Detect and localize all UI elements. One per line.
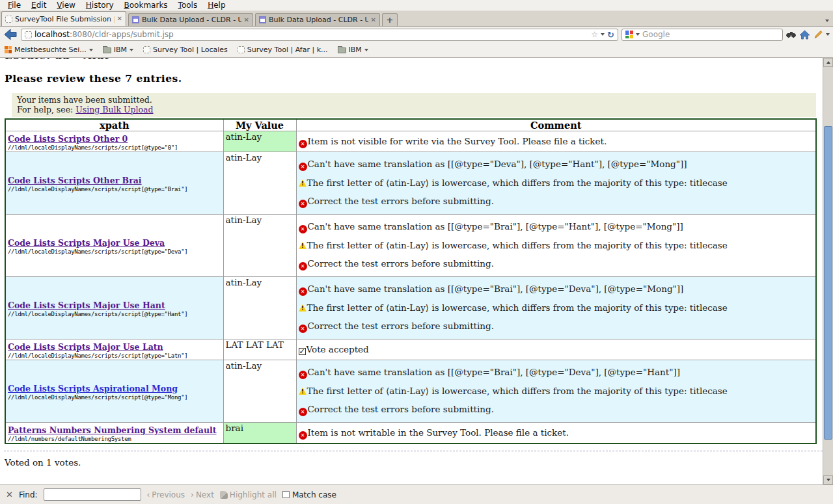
chevron-down-icon <box>130 49 133 51</box>
xpath-link[interactable]: Code Lists Scripts Major Use Deva <box>8 238 165 248</box>
scroll-up-button[interactable] <box>823 58 833 67</box>
vertical-scrollbar[interactable] <box>823 58 833 484</box>
comment-line: Can't have same translation as [[@type="… <box>299 220 814 233</box>
bookmark-item-4[interactable]: Survey Tool | Afar | k... <box>238 46 328 54</box>
new-tab-button[interactable]: + <box>382 13 398 26</box>
column-header-my-value: My Value <box>223 119 296 131</box>
comment-cell: Can't have same translation as [[@type="… <box>296 277 816 339</box>
comment-line: Can't have same translation as [[@type="… <box>299 366 814 379</box>
xpath-cell: Code Lists Scripts Major Use Latn//ldml/… <box>5 339 223 360</box>
url-path: :8080/cldr-apps/submit.jsp <box>70 30 174 39</box>
menu-history[interactable]: History <box>81 0 119 10</box>
page: Locale: aa - Afar Please review these 7 … <box>0 58 823 484</box>
window-icon <box>259 16 266 23</box>
bookmarks-bar: Meistbesuchte Sei...IBMSurvey Tool | Loc… <box>0 42 833 58</box>
url-host: localhost <box>34 30 70 39</box>
tab-bar: SurveyTool File Submission | ...✕Bulk Da… <box>0 11 833 27</box>
menu-view[interactable]: View <box>51 0 80 10</box>
using-bulk-upload-link[interactable]: Using Bulk Upload <box>75 105 153 114</box>
table-row: Code Lists Scripts Major Use Hant//ldml/… <box>5 277 816 339</box>
tab-list-chevron-icon[interactable] <box>825 20 829 22</box>
comment-line: The first letter of ⟨atin-Lay⟩ is lowerc… <box>299 177 814 189</box>
xpath-link[interactable]: Code Lists Scripts Major Use Latn <box>8 342 163 352</box>
checkbox-checked-icon <box>299 348 306 355</box>
placeholder-icon <box>143 46 150 53</box>
bookmark-item-1[interactable]: Meistbesuchte Sei... <box>5 46 93 54</box>
comment-text: Item is not visible for write via the Su… <box>308 136 607 146</box>
comment-line: Can't have same translation as [[@type="… <box>299 283 814 296</box>
xpath-link[interactable]: Code Lists Scripts Other 0 <box>8 134 128 144</box>
google-logo-icon <box>625 31 633 38</box>
scroll-down-button[interactable] <box>823 475 833 484</box>
find-input[interactable] <box>44 488 141 501</box>
comment-text: The first letter of ⟨atin-Lay⟩ is lowerc… <box>307 302 728 313</box>
arrow-up-icon <box>826 61 830 64</box>
error-icon <box>299 163 307 171</box>
comment-cell: Vote accepted <box>296 339 816 360</box>
comment-line: The first letter of ⟨atin-Lay⟩ is lowerc… <box>299 385 814 397</box>
search-engine-chevron-icon[interactable] <box>636 33 640 36</box>
table-row: Patterns Numbers Numbering System defaul… <box>5 423 816 444</box>
back-button[interactable] <box>3 28 18 41</box>
tab-1[interactable]: SurveyTool File Submission | ...✕ <box>1 11 126 26</box>
table-row: Code Lists Scripts Other 0//ldml/localeD… <box>5 131 816 152</box>
find-next-button[interactable]: ›Next <box>191 490 214 499</box>
highlighter-icon <box>220 491 228 499</box>
xpath-cell: Code Lists Scripts Major Use Hant//ldml/… <box>5 277 223 339</box>
match-case-toggle[interactable]: Match case <box>282 490 336 499</box>
bookmark-label: IBM <box>114 46 127 54</box>
comment-line: The first letter of ⟨atin-Lay⟩ is lowerc… <box>299 239 814 252</box>
page-title: Please review these 7 entries. <box>5 72 823 85</box>
bookmark-item-2[interactable]: IBM <box>103 46 133 54</box>
find-previous-button[interactable]: ‹Previous <box>147 490 185 499</box>
comment-line: Correct the test errors before submittin… <box>299 258 814 271</box>
my-value-cell: atin-Lay <box>223 360 296 423</box>
tab-close-icon[interactable]: ✕ <box>371 17 376 23</box>
bookmark-item-3[interactable]: Survey Tool | Locales <box>143 46 228 54</box>
xpath-value: //ldml/localeDisplayNames/scripts/script… <box>8 394 221 401</box>
url-dropdown-chevron-icon[interactable] <box>601 33 605 36</box>
arrow-down-icon <box>826 479 830 481</box>
review-table: xpath My Value Comment Code Lists Script… <box>5 118 817 444</box>
my-value-cell: atin-Lay <box>223 215 296 277</box>
find-close-icon[interactable]: ✕ <box>6 490 13 499</box>
menu-file[interactable]: File <box>3 0 26 10</box>
xpath-link[interactable]: Code Lists Scripts Major Use Hant <box>8 300 165 310</box>
find-label: Find: <box>19 490 38 499</box>
menu-tools[interactable]: Tools <box>173 0 203 10</box>
menu-edit[interactable]: Edit <box>26 0 51 10</box>
search-bar[interactable]: Google <box>621 29 783 41</box>
menu-help[interactable]: Help <box>202 0 230 10</box>
xpath-cell: Code Lists Scripts Other Brai//ldml/loca… <box>5 152 223 215</box>
xpath-link[interactable]: Patterns Numbers Numbering System defaul… <box>8 425 217 435</box>
chevron-down-icon <box>89 49 93 51</box>
xpath-value: //ldml/localeDisplayNames/scripts/script… <box>8 144 221 151</box>
xpath-cell: Code Lists Scripts Major Use Deva//ldml/… <box>5 215 223 277</box>
xpath-link[interactable]: Code Lists Scripts Aspirational Mong <box>8 384 178 393</box>
comment-cell: Can't have same translation as [[@type="… <box>296 360 816 423</box>
tab-close-icon[interactable]: ✕ <box>117 16 122 22</box>
binoculars-icon[interactable] <box>786 31 796 38</box>
comment-text: Correct the test errors before submittin… <box>308 321 494 331</box>
pen-icon[interactable] <box>813 30 823 39</box>
tab-title: SurveyTool File Submission | ... <box>15 15 115 23</box>
menu-bookmarks[interactable]: Bookmarks <box>119 0 173 10</box>
reload-icon[interactable]: ↻ <box>607 31 614 39</box>
url-bar[interactable]: localhost:8080/cldr-apps/submit.jsp ☆ ↻ <box>21 29 618 41</box>
scrollbar-thumb[interactable] <box>824 126 832 440</box>
comment-cell: Can't have same translation as [[@type="… <box>296 215 816 277</box>
home-icon[interactable] <box>799 30 810 40</box>
tab-2[interactable]: Bulk Data Upload - CLDR - Un...✕ <box>128 13 253 26</box>
match-case-checkbox[interactable] <box>282 491 290 498</box>
tab-close-icon[interactable]: ✕ <box>244 17 249 23</box>
error-icon <box>299 287 307 296</box>
bookmark-star-icon[interactable]: ☆ <box>591 31 598 38</box>
tab-title: Bulk Data Upload - CLDR - Un... <box>269 16 368 24</box>
xpath-link[interactable]: Code Lists Scripts Other Brai <box>8 176 142 185</box>
bookmark-item-5[interactable]: IBM <box>338 46 368 54</box>
comment-text: Correct the test errors before submittin… <box>308 196 494 206</box>
xpath-cell: Code Lists Scripts Other 0//ldml/localeD… <box>5 131 223 152</box>
tab-3[interactable]: Bulk Data Upload - CLDR - Un...✕ <box>255 13 380 26</box>
toolbar-overflow-chevron-icon[interactable] <box>826 33 830 36</box>
highlight-all-button[interactable]: Highlight all <box>220 490 277 499</box>
